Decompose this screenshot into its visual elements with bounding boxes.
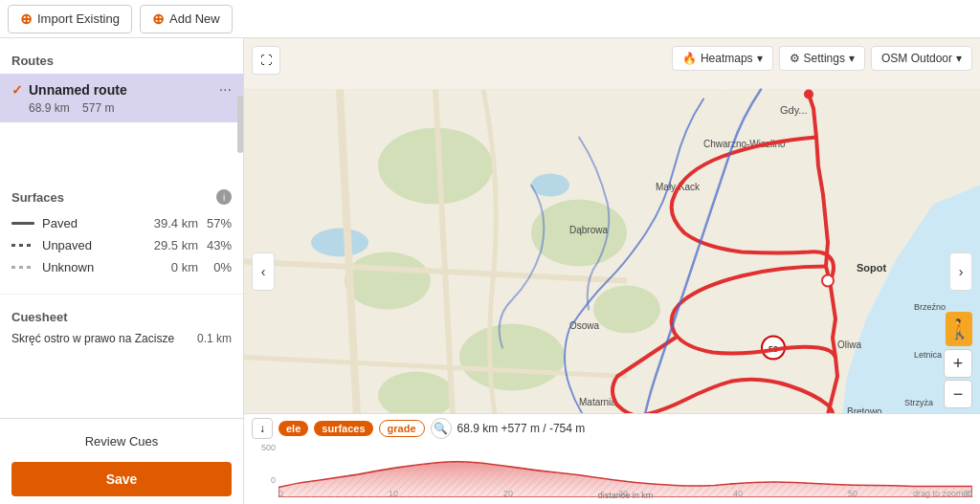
map-style-button[interactable]: OSM Outdoor ▾ (871, 46, 972, 71)
cuesheet-title: Cuesheet (11, 310, 232, 324)
surfaces-section: Surfaces i Paved 39.4 km 57% Unpaved (0, 182, 243, 286)
heatmaps-label: Heatmaps (701, 52, 753, 65)
unknown-km: 0 km (141, 260, 198, 274)
svg-point-30 (804, 90, 813, 99)
save-button[interactable]: Save (11, 462, 232, 496)
paved-label: Paved (42, 216, 141, 230)
scroll-track (237, 96, 243, 153)
svg-text:Dąbrowa: Dąbrowa (569, 225, 608, 235)
map-controls: 🔥 Heatmaps ▾ ⚙ Settings ▾ OSM Outdoor ▾ (672, 46, 972, 71)
chart-area: ↓ ele surfaces grade 🔍 68.9 km +577 m / … (244, 413, 980, 504)
sidebar: Routes ✓ Unnamed route ··· 68.9 km 577 m (0, 38, 244, 504)
svg-text:Letnica: Letnica (914, 350, 942, 360)
surfaces-info-icon[interactable]: i (216, 189, 232, 205)
grade-chip[interactable]: grade (379, 420, 425, 437)
chart-zoom-icon[interactable]: 🔍 (431, 418, 452, 439)
add-plus-icon: ⊕ (152, 11, 165, 28)
import-plus-icon: ⊕ (20, 11, 33, 28)
magnify-icon: 🔍 (434, 422, 448, 435)
svg-point-3 (345, 252, 431, 310)
map-area[interactable]: Gdy... Chwarzno-Wiczlino Mały Kack Dąbro… (244, 38, 980, 504)
map-style-chevron: ▾ (956, 52, 962, 65)
svg-text:Gdy...: Gdy... (780, 104, 808, 116)
chart-controls: ↓ ele surfaces grade 🔍 68.9 km +577 m / … (244, 414, 980, 443)
surfaces-chip[interactable]: surfaces (314, 421, 372, 436)
cue-distance: 0.1 km (197, 332, 232, 345)
unknown-label: Unknown (42, 260, 141, 274)
cue-item: Skręć ostro w prawo na Zacisze 0.1 km (11, 330, 232, 347)
heatmaps-button[interactable]: 🔥 Heatmaps ▾ (672, 46, 773, 71)
map-nav-left-button[interactable]: ‹ (252, 252, 275, 291)
main-content: Routes ✓ Unnamed route ··· 68.9 km 577 m (0, 38, 980, 504)
zoom-in-button[interactable]: + (944, 349, 972, 378)
nav-right-icon: › (959, 264, 964, 279)
import-existing-button[interactable]: ⊕ Import Existing (8, 5, 132, 33)
map-nav-right-button[interactable]: › (949, 252, 972, 291)
routes-section-title: Routes (0, 48, 243, 72)
street-view-button[interactable]: 🚶 (946, 312, 972, 346)
down-arrow-icon: ↓ (259, 422, 265, 435)
settings-button[interactable]: ⚙ Settings ▾ (779, 46, 865, 71)
unknown-icon (11, 266, 42, 269)
zoom-out-button[interactable]: − (944, 380, 972, 408)
unpaved-icon (11, 244, 42, 247)
svg-text:Sopot: Sopot (857, 262, 886, 274)
route-name: ✓ Unnamed route (11, 82, 127, 98)
settings-label: Settings (804, 52, 845, 65)
route-item[interactable]: ✓ Unnamed route ··· 68.9 km 577 m (0, 74, 243, 122)
svg-point-5 (378, 372, 455, 420)
unpaved-pct: 43% (198, 238, 232, 252)
paved-icon (11, 222, 42, 225)
svg-point-29 (822, 275, 834, 287)
settings-chevron: ▾ (849, 52, 855, 65)
cue-text: Skręć ostro w prawo na Zacisze (11, 332, 197, 345)
heatmaps-chevron: ▾ (757, 52, 763, 65)
elevation-chart[interactable]: 500 0 (244, 443, 980, 500)
drag-to-zoom-label: drag to zoom in (913, 489, 972, 498)
surface-row-paved: Paved 39.4 km 57% (11, 212, 232, 234)
flame-icon: 🔥 (682, 52, 697, 65)
toolbar: ⊕ Import Existing ⊕ Add New (0, 0, 980, 38)
svg-text:Strzyża: Strzyża (904, 398, 933, 407)
import-label: Import Existing (37, 11, 120, 26)
svg-text:Brzeźno: Brzeźno (914, 302, 946, 312)
paved-km: 39.4 km (141, 216, 198, 230)
ele-chip[interactable]: ele (278, 421, 308, 436)
paved-pct: 57% (198, 216, 232, 230)
chart-collapse-button[interactable]: ↓ (252, 418, 273, 439)
map-background: Gdy... Chwarzno-Wiczlino Mały Kack Dąbro… (244, 38, 980, 504)
svg-point-4 (459, 324, 565, 391)
unpaved-label: Unpaved (42, 238, 141, 252)
sidebar-bottom: Review Cues Save (0, 418, 243, 504)
chart-x-axis: 0 10 20 30 40 50 60 distance in km (278, 489, 972, 498)
gear-icon: ⚙ (790, 52, 800, 65)
sidebar-scroll[interactable]: Routes ✓ Unnamed route ··· 68.9 km 577 m (0, 38, 243, 418)
review-cues-button[interactable]: Review Cues (11, 427, 232, 456)
surface-row-unpaved: Unpaved 29.5 km 43% (11, 234, 232, 256)
cuesheet-section: Cuesheet Skręć ostro w prawo na Zacisze … (0, 302, 243, 355)
map-expand-button[interactable]: ⛶ (252, 46, 280, 75)
svg-text:Oliwa: Oliwa (837, 340, 861, 350)
chart-y-axis: 500 0 (252, 443, 276, 485)
svg-point-7 (311, 229, 368, 257)
add-new-button[interactable]: ⊕ Add New (140, 5, 233, 33)
route-meta: 68.9 km 577 m (11, 101, 232, 115)
expand-icon: ⛶ (260, 54, 272, 67)
unpaved-km: 29.5 km (141, 238, 198, 252)
zoom-controls: + − (944, 349, 972, 408)
route-check-icon: ✓ (11, 82, 23, 98)
surfaces-section-title: Surfaces (11, 190, 64, 205)
chart-stats: 68.9 km +577 m / -754 m (457, 422, 586, 435)
unknown-pct: 0% (198, 260, 232, 274)
person-icon: 🚶 (947, 318, 971, 340)
svg-text:Matarnia: Matarnia (579, 397, 616, 407)
surface-row-unknown: Unknown 0 km 0% (11, 256, 232, 278)
add-new-label: Add New (169, 11, 220, 26)
map-style-label: OSM Outdoor (881, 52, 952, 65)
svg-point-6 (593, 286, 660, 334)
nav-left-icon: ‹ (261, 264, 266, 279)
route-options-icon[interactable]: ··· (219, 81, 232, 99)
